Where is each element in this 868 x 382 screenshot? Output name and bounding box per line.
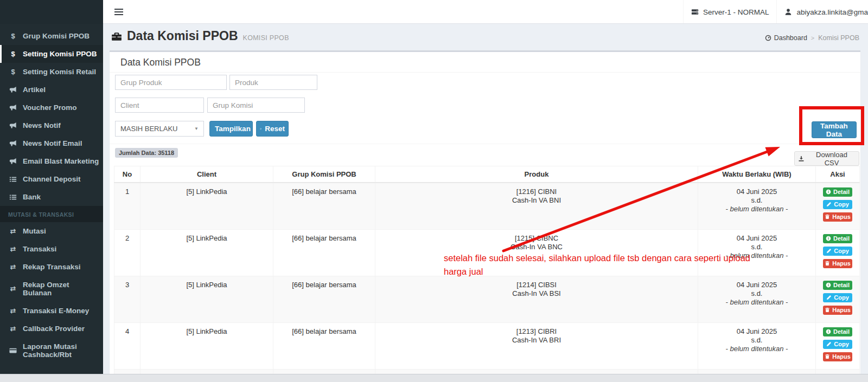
cell-client: [5] LinkPedia bbox=[141, 276, 273, 323]
hapus-button[interactable]: Hapus bbox=[823, 306, 852, 315]
box-title: Data Komisi PPOB bbox=[120, 57, 201, 68]
sidebar-item-setting-komisi-ppob[interactable]: $ Setting Komisi PPOB bbox=[0, 45, 103, 63]
user-email-label: abiyakza.linkita@gma bbox=[796, 8, 868, 16]
cell-produk: [1215] CIBNCCash-In VA BNC bbox=[375, 230, 698, 276]
cell-produk: [1213] CIBRICash-In VA BRI bbox=[375, 323, 698, 370]
cell-grup: [66] belajar bersama bbox=[273, 183, 375, 230]
col-header-client: Client bbox=[141, 166, 273, 183]
exchange-icon: ⇄ bbox=[8, 263, 18, 271]
client-input[interactable] bbox=[115, 98, 204, 113]
navbar-user-item[interactable]: abiyakza.linkita@gma bbox=[776, 0, 868, 24]
dollar-icon: $ bbox=[8, 50, 18, 58]
cell-grup: [66] belajar bersama bbox=[273, 323, 375, 370]
sidebar-item-label: Mutasi bbox=[23, 227, 46, 235]
exchange-icon: ⇄ bbox=[8, 325, 18, 333]
navbar-server-item[interactable]: Server-1 - NORMAL bbox=[683, 0, 777, 24]
sidebar-item-label: News Notif Email bbox=[23, 139, 82, 147]
copy-button[interactable]: Copy bbox=[823, 200, 852, 209]
grup-produk-input[interactable] bbox=[115, 75, 227, 90]
sidebar-item-label: Transaksi E-Money bbox=[23, 307, 89, 315]
sidebar-item-label: Channel Deposit bbox=[23, 175, 81, 183]
sidebar-item-callback-provider[interactable]: ⇄ Callback Provider bbox=[0, 320, 103, 338]
status-filter-select[interactable]: MASIH BERLAKU ▼ bbox=[115, 121, 204, 137]
grup-komisi-input[interactable] bbox=[207, 98, 305, 113]
copy-button[interactable]: Copy bbox=[823, 340, 852, 349]
cell-no: 1 bbox=[114, 183, 141, 230]
tampilkan-button[interactable]: Tampilkan bbox=[209, 121, 253, 137]
briefcase-icon bbox=[111, 31, 122, 41]
sidebar-item-label: Setting Komisi PPOB bbox=[23, 50, 97, 58]
cell-no: 3 bbox=[114, 276, 141, 323]
sidebar-menu: $ Grup Komisi PPOB $ Setting Komisi PPOB… bbox=[0, 24, 103, 364]
tambah-data-button[interactable]: Tambah Data bbox=[812, 121, 857, 138]
hamburger-menu-button[interactable] bbox=[107, 0, 130, 24]
info-icon bbox=[826, 189, 831, 195]
hapus-button[interactable]: Hapus bbox=[823, 352, 852, 361]
sidebar-item-voucher-promo[interactable]: Voucher Promo bbox=[0, 99, 103, 116]
cell-no: 2 bbox=[114, 230, 141, 276]
sidebar-item-transaksi-emoney[interactable]: ⇄ Transaksi E-Money bbox=[0, 302, 103, 320]
sidebar-item-rekap-omzet-bulanan[interactable]: ⇄ Rekap Omzet Bulanan bbox=[0, 276, 103, 302]
hapus-button[interactable]: Hapus bbox=[823, 212, 852, 222]
trash-icon bbox=[825, 354, 830, 359]
col-header-no: No bbox=[114, 166, 141, 183]
sidebar-item-news-notif-email[interactable]: News Notif Email bbox=[0, 134, 103, 152]
server-icon bbox=[691, 8, 699, 16]
pencil-icon bbox=[826, 295, 832, 300]
sidebar-item-label: Rekap Transaksi bbox=[23, 263, 81, 271]
cell-aksi: Detail Copy Hapus bbox=[816, 276, 860, 323]
detail-button[interactable]: Detail bbox=[823, 281, 852, 290]
pencil-icon bbox=[826, 202, 832, 207]
cell-client: [5] LinkPedia bbox=[141, 183, 273, 230]
breadcrumb: Dashboard > Komisi PPOB bbox=[765, 34, 859, 42]
data-table: No Client Grup Komisi PPOB Produk Waktu … bbox=[114, 166, 860, 374]
cell-no: 5 bbox=[114, 370, 141, 374]
sidebar-item-label: Voucher Promo bbox=[23, 103, 77, 112]
sidebar-item-transaksi[interactable]: ⇄ Transaksi bbox=[0, 240, 103, 258]
sidebar-item-channel-deposit[interactable]: Channel Deposit bbox=[0, 170, 103, 188]
exchange-icon: ⇄ bbox=[8, 245, 18, 253]
breadcrumb-dashboard-link[interactable]: Dashboard bbox=[765, 34, 807, 42]
navbar-right: Server-1 - NORMAL abiyakza.linkita@gma bbox=[683, 0, 868, 24]
window-bottom-strip bbox=[0, 374, 868, 382]
reset-button[interactable]: Reset bbox=[256, 121, 289, 137]
exchange-icon: ⇄ bbox=[8, 228, 18, 235]
produk-input[interactable] bbox=[229, 75, 317, 90]
sidebar-item-laporan-mutasi-cashback[interactable]: Laporan Mutasi Cashback/Rbt bbox=[0, 338, 103, 364]
detail-button[interactable]: Detail bbox=[823, 234, 852, 243]
sidebar-item-rekap-transaksi[interactable]: ⇄ Rekap Transaksi bbox=[0, 258, 103, 276]
box-title-divider bbox=[110, 72, 860, 73]
main-content: Data Komisi PPOB KOMISI PPOB Dashboard >… bbox=[103, 24, 868, 374]
download-csv-button[interactable]: Download CSV bbox=[794, 151, 859, 166]
detail-button[interactable]: Detail bbox=[823, 187, 852, 197]
sidebar-item-grup-komisi-ppob[interactable]: $ Grup Komisi PPOB bbox=[0, 27, 103, 45]
sidebar-item-news-notif[interactable]: News Notif bbox=[0, 116, 103, 134]
cell-waktu: 04 Juni 2025s.d.- belum ditentukan - bbox=[698, 183, 816, 230]
status-filter-value: MASIH BERLAKU bbox=[120, 125, 177, 133]
cell-client: [5] LinkPedia bbox=[141, 323, 273, 370]
copy-button[interactable]: Copy bbox=[823, 247, 852, 256]
sidebar-item-setting-komisi-retail[interactable]: $ Setting Komisi Retail bbox=[0, 63, 103, 81]
credit-card-icon bbox=[8, 347, 18, 355]
cell-aksi: Detail Copy Hapus bbox=[816, 323, 860, 370]
copy-button[interactable]: Copy bbox=[823, 293, 852, 302]
megaphone-icon bbox=[8, 121, 18, 130]
server-label: Server-1 - NORMAL bbox=[703, 8, 769, 16]
hapus-button[interactable]: Hapus bbox=[823, 259, 852, 268]
download-icon bbox=[798, 156, 805, 162]
detail-button[interactable]: Detail bbox=[823, 327, 852, 336]
sidebar-item-email-blast-marketing[interactable]: Email Blast Marketing bbox=[0, 152, 103, 170]
sidebar-item-bank[interactable]: Bank bbox=[0, 188, 103, 206]
dollar-icon: $ bbox=[8, 33, 18, 40]
sidebar-item-artikel[interactable]: Artikel bbox=[0, 81, 103, 99]
trash-icon bbox=[825, 214, 830, 219]
col-header-aksi: Aksi bbox=[816, 166, 860, 183]
trash-icon bbox=[825, 261, 830, 266]
table-row: 2 [5] LinkPedia [66] belajar bersama [12… bbox=[114, 230, 860, 276]
info-icon bbox=[826, 236, 831, 241]
col-header-waktu: Waktu Berlaku (WIB) bbox=[698, 166, 816, 183]
cell-aksi: Detail Copy Hapus bbox=[816, 370, 860, 374]
col-header-grup-komisi: Grup Komisi PPOB bbox=[273, 166, 375, 183]
sidebar-item-mutasi[interactable]: ⇄ Mutasi bbox=[0, 222, 103, 240]
content-header: Data Komisi PPOB KOMISI PPOB bbox=[111, 29, 289, 43]
